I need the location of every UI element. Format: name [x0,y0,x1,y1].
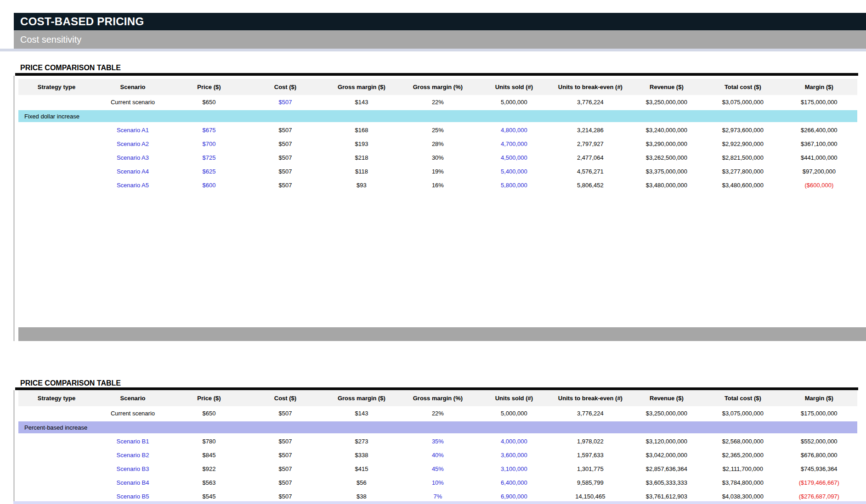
next-section-strip [13,501,866,504]
subtitle-bar: Cost sensitivity [14,30,866,49]
cell-scenario[interactable]: Scenario A3 [95,154,171,161]
col-header-price: Price ($) [171,395,247,402]
cell-total-cost: $3,075,000,000 [705,410,781,417]
price-comparison-table-b: Strategy typeScenarioPrice ($)Cost ($)Gr… [18,390,857,503]
cell-units-sold[interactable]: 5,800,000 [476,182,552,189]
cell-gross-margin-usd: $143 [323,410,400,417]
cell-price[interactable]: $675 [171,127,247,134]
cell-units-sold[interactable]: 4,700,000 [476,140,552,147]
cell-scenario[interactable]: Scenario B3 [95,465,171,472]
col-header-margin: Margin ($) [781,84,857,90]
cell-units-to-break-even: 9,585,799 [552,479,628,486]
cell-units-sold[interactable]: 4,800,000 [476,127,552,134]
table-top-rule [15,73,858,76]
cell-gross-margin-usd: $93 [323,182,400,189]
cell-revenue: $3,290,000,000 [628,140,705,147]
page-root: { "page": { "title": "COST-BASED PRICING… [0,0,866,504]
cell-margin: $745,936,364 [781,465,857,472]
cell-total-cost: $4,038,300,000 [705,493,781,500]
strategy-section-row: Fixed dollar increase [18,110,857,122]
cell-revenue: $2,857,636,364 [628,465,705,472]
section-separator-bar [18,327,866,341]
cell-margin: $97,200,000 [781,168,857,175]
table-row: Scenario A4$625$507$11819%5,400,0004,576… [18,164,857,178]
cell-scenario[interactable]: Scenario B5 [95,493,171,500]
col-header-scenario: Scenario [95,84,171,90]
cell-total-cost: $3,784,800,000 [705,479,781,486]
table-row: Scenario A3$725$507$21830%4,500,0002,477… [18,151,857,164]
col-header-units-to-break-even: Units to break-even (#) [552,395,628,402]
cell-gross-margin-pct[interactable]: 40% [400,452,476,459]
cell-gross-margin-pct: 22% [400,410,476,417]
table-title: PRICE COMPARISON TABLE [20,64,121,72]
cell-scenario[interactable]: Scenario B4 [95,479,171,486]
cell-price: $563 [171,479,247,486]
cell-units-sold[interactable]: 6,400,000 [476,479,552,486]
cell-gross-margin-usd: $118 [323,168,400,175]
cell-revenue: $3,480,000,000 [628,182,705,189]
title-bar: COST-BASED PRICING [14,13,866,30]
col-header-margin: Margin ($) [781,395,857,402]
cell-scenario[interactable]: Scenario B2 [95,452,171,459]
cell-margin: $175,000,000 [781,99,857,106]
cell-cost[interactable]: $507 [247,99,323,106]
table-row: Scenario B2$845$507$33840%3,600,0001,597… [18,448,857,462]
cell-total-cost: $2,973,600,000 [705,127,781,134]
cell-price[interactable]: $600 [171,182,247,189]
col-header-scenario: Scenario [95,395,171,402]
col-header-gross-margin-usd: Gross margin ($) [323,395,400,402]
cell-margin: ($179,466,667) [781,479,857,486]
cell-gross-margin-pct[interactable]: 35% [400,438,476,445]
table-row: Scenario A5$600$507$9316%5,800,0005,806,… [18,178,857,192]
cell-units-sold[interactable]: 4,500,000 [476,154,552,161]
cell-units-to-break-even: 3,214,286 [552,127,628,134]
cell-margin: ($600,000) [781,182,857,189]
cell-price[interactable]: $725 [171,154,247,161]
cell-gross-margin-usd: $193 [323,140,400,147]
cell-revenue: $3,250,000,000 [628,99,705,106]
cell-revenue: $3,375,000,000 [628,168,705,175]
cell-gross-margin-pct: 22% [400,99,476,106]
cell-price[interactable]: $625 [171,168,247,175]
table-row: Scenario B1$780$507$27335%4,000,0001,978… [18,434,857,448]
cell-price: $650 [171,99,247,106]
cell-gross-margin-pct: 30% [400,154,476,161]
cell-gross-margin-usd: $415 [323,465,400,472]
table-row: Scenario B3$922$507$41545%3,100,0001,301… [18,462,857,476]
cell-scenario[interactable]: Scenario A5 [95,182,171,189]
col-header-cost: Cost ($) [247,84,323,90]
cell-scenario[interactable]: Scenario A2 [95,140,171,147]
cell-scenario[interactable]: Scenario A4 [95,168,171,175]
cell-scenario[interactable]: Scenario A1 [95,127,171,134]
cell-price: $780 [171,438,247,445]
cell-cost: $507 [247,493,323,500]
cell-units-sold[interactable]: 6,900,000 [476,493,552,500]
cell-gross-margin-usd: $218 [323,154,400,161]
table-row: Current scenario$650$507$14322%5,000,000… [18,95,857,109]
cell-price: $922 [171,465,247,472]
cell-units-to-break-even: 4,576,271 [552,168,628,175]
cell-margin: ($276,687,097) [781,493,857,500]
strategy-section-row: Percent-based increase [18,421,857,433]
cell-cost: $507 [247,154,323,161]
cell-cost: $507 [247,465,323,472]
cell-cost: $507 [247,140,323,147]
cell-units-sold[interactable]: 3,600,000 [476,452,552,459]
cell-gross-margin-pct[interactable]: 45% [400,465,476,472]
cell-price[interactable]: $700 [171,140,247,147]
cell-cost: $507 [247,127,323,134]
cell-gross-margin-usd: $168 [323,127,400,134]
page-subtitle: Cost sensitivity [20,34,81,45]
cell-units-to-break-even: 2,477,064 [552,154,628,161]
cell-scenario[interactable]: Scenario B1 [95,438,171,445]
cell-gross-margin-pct[interactable]: 7% [400,493,476,500]
cell-units-to-break-even: 1,301,775 [552,465,628,472]
cell-gross-margin-pct[interactable]: 10% [400,479,476,486]
cell-units-sold[interactable]: 4,000,000 [476,438,552,445]
col-header-units-sold: Units sold (#) [476,84,552,90]
cell-margin: $175,000,000 [781,410,857,417]
cell-units-sold[interactable]: 5,400,000 [476,168,552,175]
strategy-section-label: Fixed dollar increase [18,113,79,120]
cell-units-sold[interactable]: 3,100,000 [476,465,552,472]
cell-revenue: $3,120,000,000 [628,438,705,445]
